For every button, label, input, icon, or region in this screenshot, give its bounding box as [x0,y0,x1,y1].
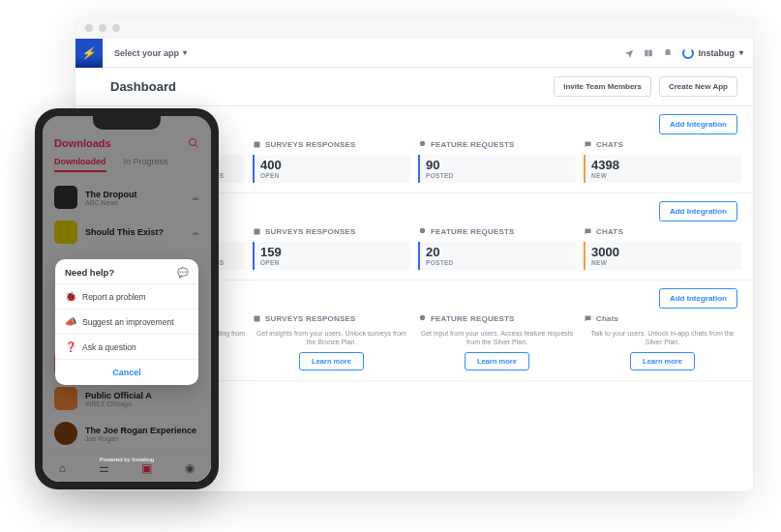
add-integration-button[interactable]: Add Integration [659,201,737,222]
chats-locked-card: Chats Talk to your users. Unlock in-app … [584,314,741,370]
plane-icon[interactable] [624,48,634,58]
phone-notch [93,116,161,130]
book-icon[interactable] [644,48,653,58]
ask-question-item[interactable]: ❓Ask a question [55,334,198,359]
svg-rect-3 [255,229,260,235]
window-titlebar [75,17,753,39]
add-integration-button[interactable]: Add Integration [659,288,737,309]
report-problem-item[interactable]: 🐞Report a problem [55,283,198,309]
topbar: ⚡ Select your app ▾ Instabug ▾ [75,39,753,68]
popup-item-label: Suggest an improvement [82,317,174,327]
stat-label: POSTED [426,172,562,179]
suggest-improvement-item[interactable]: 📣Suggest an improvement [55,309,198,334]
card-title-label: SURVEYS RESPONSES [265,140,356,149]
card-title-label: CHATS [596,140,623,149]
card-title-label: FEATURE REQUESTS [431,227,515,236]
popup-title-row: Need help? 💬 [55,259,198,283]
user-avatar-icon [682,47,694,59]
card-title-label: CHATS [596,227,623,236]
select-app-label: Select your app [114,48,179,58]
learn-more-button[interactable]: Learn more [465,352,529,370]
logo-icon: ⚡ [80,46,97,60]
powered-by-label: Powered by Instabug [43,457,211,462]
window-dot [112,24,120,32]
stat-value: 4398 [591,159,728,171]
topbar-actions: Instabug ▾ [624,47,744,59]
surveys-card[interactable]: SURVEYS RESPONSES 400OPEN [253,140,410,183]
locked-desc: Get input from your users. Access featur… [418,329,576,346]
page-title: Dashboard [110,79,176,94]
create-app-button[interactable]: Create New App [659,76,737,97]
locked-desc: Get insights from your users. Unlock sur… [253,329,410,346]
megaphone-icon: 📣 [65,316,76,327]
stat-label: NEW [591,259,728,266]
popup-item-label: Report a problem [82,292,146,302]
window-dot [99,24,106,32]
bell-icon[interactable] [663,48,673,58]
stat-value: 400 [260,159,397,171]
svg-rect-5 [255,316,260,322]
svg-rect-1 [255,142,260,148]
feature-locked-card: FEATURE REQUESTS Get input from your use… [418,314,576,370]
surveys-locked-card: SURVEYS RESPONSES Get insights from your… [253,314,410,370]
chats-card[interactable]: CHATS 4398NEW [584,140,741,183]
chats-card[interactable]: CHATS 3000NEW [584,227,741,270]
popup-title: Need help? [65,267,114,278]
chevron-down-icon: ▾ [739,48,743,57]
bug-icon: 🐞 [65,291,76,302]
stat-value: 159 [260,246,397,258]
logo-block[interactable]: ⚡ [75,39,103,68]
phone-screen: Downloads Downloaded In Progress The Dro… [43,116,211,482]
card-title-label: SURVEYS RESPONSES [265,227,356,236]
window-dot [85,24,93,32]
stat-label: OPEN [260,172,397,179]
learn-more-button[interactable]: Learn more [299,352,364,370]
popup-item-label: Ask a question [82,342,136,352]
invite-team-button[interactable]: Invite Team Members [554,76,651,97]
stat-value: 90 [426,159,562,171]
stat-label: POSTED [426,259,562,266]
surveys-card[interactable]: SURVEYS RESPONSES 159OPEN [253,227,410,270]
learn-more-button[interactable]: Learn more [630,352,695,370]
card-title-label: FEATURE REQUESTS [431,140,515,149]
stat-label: NEW [591,172,728,179]
user-menu[interactable]: Instabug ▾ [682,47,744,59]
stat-value: 20 [426,246,562,258]
feature-requests-card[interactable]: FEATURE REQUESTS 20POSTED [418,227,576,270]
cancel-button[interactable]: Cancel [55,359,198,385]
user-name: Instabug [699,48,736,58]
phone-mockup: Downloads Downloaded In Progress The Dro… [35,108,219,489]
card-title-label: Chats [596,314,618,323]
page-header: Dashboard Invite Team Members Create New… [75,68,753,106]
feature-requests-card[interactable]: FEATURE REQUESTS 90POSTED [418,140,576,183]
card-title-label: SURVEYS RESPONSES [265,314,356,323]
card-title-label: FEATURE REQUESTS [431,314,515,323]
locked-desc: Talk to your users. Unlock in-app chats … [584,329,741,346]
select-app-dropdown[interactable]: Select your app ▾ [114,48,187,58]
stat-value: 3000 [591,246,728,258]
add-integration-button[interactable]: Add Integration [659,114,737,134]
stat-label: OPEN [260,259,397,266]
chevron-down-icon: ▾ [183,48,187,57]
chat-bubble-icon[interactable]: 💬 [177,267,189,278]
question-icon: ❓ [65,341,76,352]
help-popup: Need help? 💬 🐞Report a problem 📣Suggest … [55,259,198,385]
